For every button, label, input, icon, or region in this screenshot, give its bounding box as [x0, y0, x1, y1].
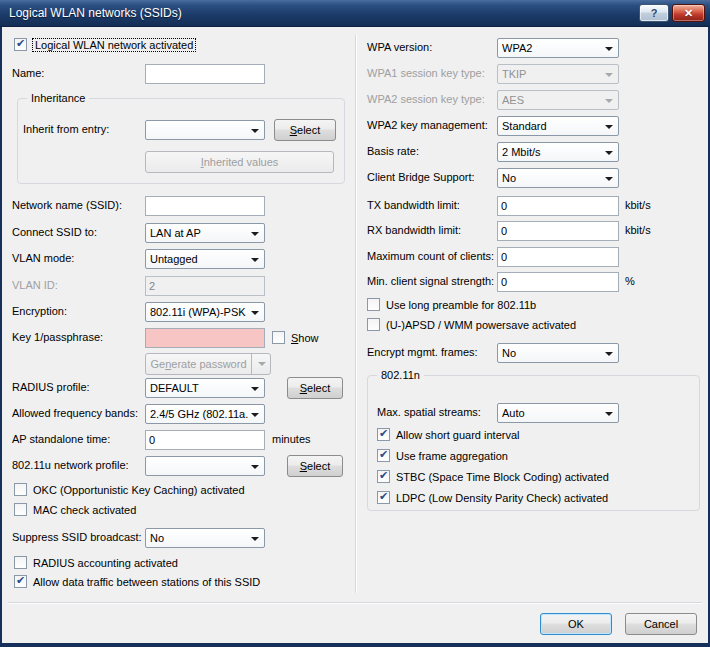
- cancel-button[interactable]: Cancel: [625, 613, 697, 635]
- checkbox-label: MAC check activated: [33, 504, 136, 516]
- checkbox-label: Allow short guard interval: [396, 429, 520, 441]
- ok-button[interactable]: OK: [540, 613, 612, 635]
- chevron-down-icon: [251, 465, 259, 469]
- checkbox-box: [377, 449, 390, 462]
- rx-limit-input[interactable]: [497, 221, 619, 241]
- radius-profile-label: RADIUS profile:: [12, 381, 90, 393]
- inherited-values-button: Inherited values: [145, 151, 334, 173]
- help-icon: ?: [651, 7, 658, 19]
- inherit-from-entry-combo[interactable]: [145, 120, 265, 140]
- chevron-down-icon: [251, 537, 259, 541]
- rx-limit-unit: kbit/s: [625, 224, 651, 236]
- basis-rate-combo[interactable]: 2 Mbit/s: [497, 142, 619, 162]
- combo-value: Untagged: [150, 253, 248, 265]
- radius-accounting-checkbox[interactable]: RADIUS accounting activated: [14, 556, 178, 569]
- radius-profile-select-button[interactable]: Select: [287, 377, 343, 399]
- generate-password-label: Generate password: [146, 354, 251, 374]
- frequency-bands-combo[interactable]: 2.4/5 GHz (802.11a.: [145, 404, 265, 424]
- name-label: Name:: [12, 67, 44, 79]
- min-signal-unit: %: [625, 275, 635, 287]
- min-signal-input[interactable]: [497, 272, 619, 292]
- close-button[interactable]: ✕: [672, 4, 705, 22]
- chevron-down-icon: [605, 177, 613, 181]
- checkbox-label: Allow data traffic between stations of t…: [33, 576, 260, 588]
- frequency-bands-label: Allowed frequency bands:: [12, 407, 138, 419]
- tx-limit-input[interactable]: [497, 196, 619, 216]
- spatial-streams-label: Max. spatial streams:: [377, 406, 481, 418]
- long-preamble-checkbox[interactable]: Use long preamble for 802.11b: [367, 298, 536, 311]
- encryption-combo[interactable]: 802.11i (WPA)-PSK: [145, 302, 265, 322]
- generate-password-button: Generate password: [145, 353, 271, 375]
- radius-profile-combo[interactable]: DEFAULT: [145, 378, 265, 398]
- basis-rate-label: Basis rate:: [367, 145, 419, 157]
- chevron-down-icon: [251, 129, 259, 133]
- ssid-input[interactable]: [145, 196, 265, 216]
- encryption-label: Encryption:: [12, 305, 67, 317]
- checkbox-box: [14, 38, 27, 51]
- checkbox-label: Logical WLAN network activated: [33, 39, 195, 51]
- combo-value: 802.11i (WPA)-PSK: [150, 306, 248, 318]
- wpa2-key-mgmt-combo[interactable]: Standard: [497, 116, 619, 136]
- close-icon: ✕: [684, 7, 693, 19]
- help-button[interactable]: ?: [639, 4, 669, 22]
- combo-value: Auto: [502, 407, 602, 419]
- chevron-down-icon: [605, 352, 613, 356]
- vlan-mode-combo[interactable]: Untagged: [145, 249, 265, 269]
- inheritance-group-title: Inheritance: [27, 92, 89, 104]
- apsd-checkbox[interactable]: (U-)APSD / WMM powersave activated: [367, 318, 576, 331]
- connect-ssid-combo[interactable]: LAN at AP: [145, 223, 265, 243]
- mac-check-checkbox[interactable]: MAC check activated: [14, 503, 136, 516]
- encrypt-mgmt-label: Encrypt mgmt. frames:: [367, 346, 478, 358]
- checkbox-label: STBC (Space Time Block Coding) activated: [396, 471, 609, 483]
- ap-standalone-input[interactable]: [145, 430, 265, 450]
- suppress-ssid-combo[interactable]: No: [145, 528, 265, 548]
- chevron-down-icon: [251, 413, 259, 417]
- key-passphrase-input[interactable]: [145, 328, 265, 348]
- encrypt-mgmt-combo[interactable]: No: [497, 343, 619, 363]
- allow-traffic-checkbox[interactable]: Allow data traffic between stations of t…: [14, 575, 260, 588]
- checkbox-box: [14, 556, 27, 569]
- chevron-down-icon: [251, 311, 259, 315]
- dialog-window: Logical WLAN networks (SSIDs) ? ✕ Logica…: [0, 0, 710, 647]
- checkbox-box: [272, 331, 285, 344]
- frame-aggregation-checkbox[interactable]: Use frame aggregation: [377, 449, 508, 462]
- checkbox-box: [14, 503, 27, 516]
- checkbox-box: [377, 470, 390, 483]
- wpa-version-label: WPA version:: [367, 41, 432, 53]
- okc-checkbox[interactable]: OKC (Opportunistic Key Caching) activate…: [14, 483, 245, 496]
- u-network-profile-combo[interactable]: [145, 456, 265, 476]
- u-network-profile-select-button[interactable]: Select: [287, 455, 343, 477]
- chevron-down-icon: [605, 151, 613, 155]
- inherit-select-button[interactable]: Select: [274, 119, 336, 141]
- footer-divider: [8, 602, 702, 604]
- combo-value: 2 Mbit/s: [502, 146, 602, 158]
- vlan-id-label: VLAN ID:: [12, 279, 58, 291]
- column-divider: [355, 35, 357, 593]
- checkbox-box: [14, 483, 27, 496]
- checkbox-label: LDPC (Low Density Parity Check) activate…: [396, 492, 608, 504]
- ldpc-checkbox[interactable]: LDPC (Low Density Parity Check) activate…: [377, 491, 608, 504]
- ssid-label: Network name (SSID):: [12, 199, 122, 211]
- logical-wlan-activated-checkbox[interactable]: Logical WLAN network activated: [14, 38, 195, 51]
- 80211n-group-title: 802.11n: [377, 369, 424, 381]
- show-password-checkbox[interactable]: Show: [272, 331, 319, 344]
- checkbox-label: Show: [291, 332, 319, 344]
- tx-limit-label: TX bandwidth limit:: [367, 199, 460, 211]
- chevron-down-icon: [605, 125, 613, 129]
- checkbox-box: [367, 298, 380, 311]
- checkbox-label: OKC (Opportunistic Key Caching) activate…: [33, 484, 245, 496]
- title-bar[interactable]: Logical WLAN networks (SSIDs) ? ✕: [0, 0, 710, 27]
- wpa-version-combo[interactable]: WPA2: [497, 38, 619, 58]
- checkbox-label: RADIUS accounting activated: [33, 557, 178, 569]
- spatial-streams-combo[interactable]: Auto: [497, 403, 619, 423]
- chevron-down-icon: [605, 73, 613, 77]
- chevron-down-icon: [605, 99, 613, 103]
- u-network-profile-label: 802.11u network profile:: [12, 459, 129, 471]
- checkbox-box: [14, 575, 27, 588]
- short-guard-checkbox[interactable]: Allow short guard interval: [377, 428, 520, 441]
- max-clients-input[interactable]: [497, 247, 619, 267]
- client-bridge-combo[interactable]: No: [497, 168, 619, 188]
- stbc-checkbox[interactable]: STBC (Space Time Block Coding) activated: [377, 470, 609, 483]
- name-input[interactable]: [145, 64, 265, 84]
- checkbox-label: Use frame aggregation: [396, 450, 508, 462]
